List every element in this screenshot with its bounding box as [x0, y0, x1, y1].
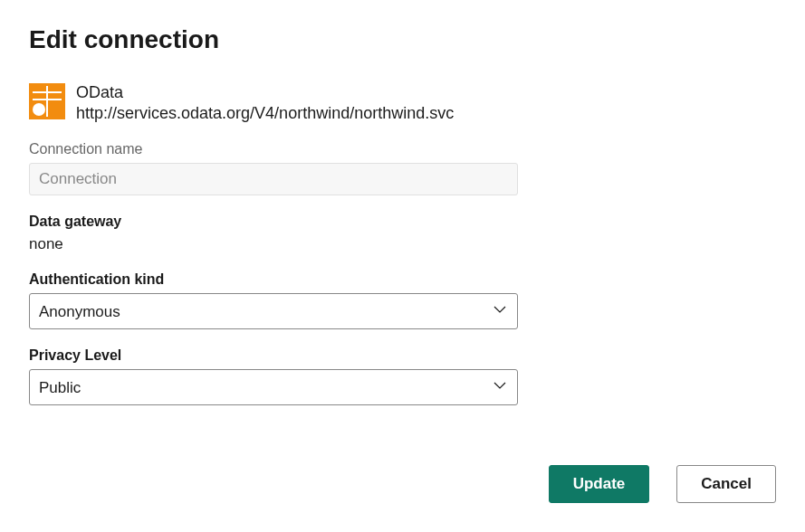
svg-point-6 [33, 103, 45, 116]
connection-url: http://services.odata.org/V4/northwind/n… [76, 104, 454, 123]
data-gateway-value: none [29, 235, 776, 253]
authentication-kind-select[interactable]: Anonymous [29, 293, 518, 329]
privacy-level-field: Privacy Level Public [29, 347, 776, 405]
connection-name-label: Connection name [29, 141, 776, 157]
update-button[interactable]: Update [549, 465, 650, 503]
connection-type: OData [76, 83, 454, 102]
authentication-kind-field: Authentication kind Anonymous [29, 271, 776, 329]
cancel-button[interactable]: Cancel [676, 465, 776, 503]
authentication-kind-label: Authentication kind [29, 271, 776, 288]
page-title: Edit connection [29, 25, 776, 54]
privacy-level-select[interactable]: Public [29, 369, 518, 405]
privacy-level-label: Privacy Level [29, 347, 776, 364]
dialog-buttons: Update Cancel [549, 465, 776, 503]
odata-icon [29, 83, 65, 119]
data-gateway-label: Data gateway [29, 214, 776, 230]
connection-info: OData http://services.odata.org/V4/north… [29, 83, 776, 123]
svg-rect-5 [46, 86, 48, 117]
connection-name-field: Connection name [29, 141, 776, 195]
connection-name-input[interactable] [29, 163, 518, 195]
data-gateway-field: Data gateway none [29, 214, 776, 253]
